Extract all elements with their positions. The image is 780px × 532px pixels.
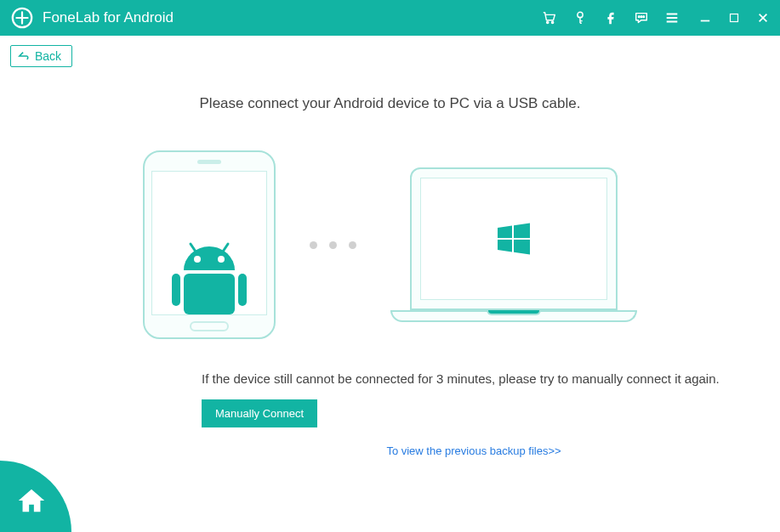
android-icon bbox=[167, 238, 252, 314]
back-button[interactable]: Back bbox=[10, 45, 72, 67]
app-logo-icon bbox=[10, 6, 34, 30]
minimize-icon[interactable] bbox=[698, 11, 712, 25]
instruction-text: Please connect your Android device to PC… bbox=[34, 95, 746, 112]
view-backup-link[interactable]: To view the previous backup files>> bbox=[386, 444, 561, 457]
svg-point-4 bbox=[638, 16, 640, 18]
back-arrow-icon bbox=[18, 50, 30, 62]
main-content: Please connect your Android device to PC… bbox=[0, 95, 780, 458]
feedback-icon[interactable] bbox=[634, 10, 649, 25]
maximize-icon[interactable] bbox=[727, 11, 741, 25]
window-controls bbox=[698, 11, 770, 25]
close-icon[interactable] bbox=[756, 11, 770, 25]
windows-icon bbox=[496, 221, 532, 257]
svg-point-6 bbox=[643, 16, 645, 18]
cart-icon[interactable] bbox=[542, 10, 557, 25]
laptop-icon bbox=[390, 167, 637, 322]
svg-rect-13 bbox=[172, 274, 180, 306]
svg-point-3 bbox=[578, 12, 583, 17]
menu-icon[interactable] bbox=[664, 10, 680, 25]
manually-connect-button[interactable]: Manually Connect bbox=[202, 399, 317, 427]
svg-point-8 bbox=[194, 256, 201, 263]
titlebar: FoneLab for Android bbox=[0, 0, 780, 36]
key-icon[interactable] bbox=[572, 10, 588, 25]
home-button[interactable] bbox=[0, 461, 71, 532]
svg-point-9 bbox=[218, 256, 225, 263]
connection-dots-icon bbox=[310, 241, 356, 249]
timeout-hint: If the device still cannot be connected … bbox=[34, 371, 746, 386]
device-illustration bbox=[34, 150, 746, 339]
svg-line-10 bbox=[191, 244, 196, 252]
svg-point-5 bbox=[641, 16, 642, 18]
svg-rect-12 bbox=[184, 274, 235, 314]
facebook-icon[interactable] bbox=[603, 10, 618, 25]
phone-icon bbox=[143, 150, 276, 339]
svg-rect-14 bbox=[238, 274, 247, 306]
back-label: Back bbox=[35, 49, 61, 63]
svg-point-1 bbox=[547, 21, 549, 23]
home-icon bbox=[15, 484, 48, 517]
svg-rect-7 bbox=[731, 14, 738, 22]
titlebar-actions bbox=[542, 10, 680, 25]
svg-line-11 bbox=[223, 244, 228, 252]
app-title: FoneLab for Android bbox=[43, 9, 542, 26]
svg-point-2 bbox=[552, 21, 554, 23]
